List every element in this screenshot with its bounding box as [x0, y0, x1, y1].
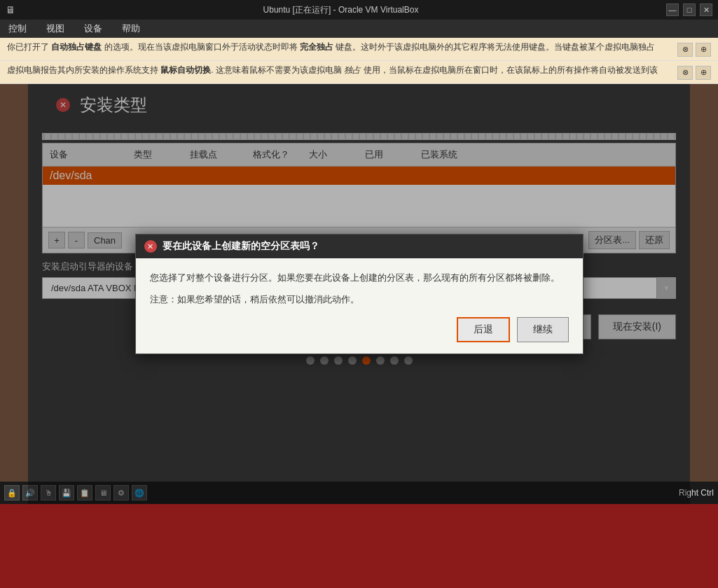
dialog-overlay: ✕ 要在此设备上创建新的空分区表吗？ 您选择了对整个设备进行分区。如果您要在此设… [28, 84, 690, 504]
title-bar: 🖥 Ubuntu [正在运行] - Oracle VM VirtualBox —… [0, 0, 718, 20]
dialog-box: ✕ 要在此设备上创建新的空分区表吗？ 您选择了对整个设备进行分区。如果您要在此设… [135, 234, 584, 354]
notif2-info-btn[interactable]: ⊕ [696, 66, 711, 80]
dialog-buttons: 后退 继续 [150, 317, 569, 342]
notif2-close-btn[interactable]: ⊗ [677, 66, 693, 80]
notif1-close-btn[interactable]: ⊗ [677, 43, 693, 57]
notification-text-2: 虚拟电脑报告其内所安装的操作系统支持 鼠标自动切换. 这意味着鼠标不需要为该虚拟… [7, 64, 672, 76]
close-button[interactable]: ✕ [700, 4, 712, 16]
dialog-text-1: 您选择了对整个设备进行分区。如果您要在此设备上创建的分区表，那么现有的所有分区都… [150, 271, 569, 286]
dialog-close-button[interactable]: ✕ [144, 240, 157, 253]
menu-devices[interactable]: 设备 [80, 21, 106, 36]
dialog-back-button[interactable]: 后退 [457, 317, 510, 342]
window-title: Ubuntu [正在运行] - Oracle VM VirtualBox [15, 4, 666, 16]
menu-view[interactable]: 视图 [42, 21, 69, 36]
dialog-text-2: 注意：如果您希望的话，稍后依然可以撤消此动作。 [150, 293, 569, 307]
notification-bar-1: 你已打开了 自动独占键盘 的选项。现在当该虚拟电脑窗口外于活动状态时即将 完全独… [0, 38, 718, 61]
window-controls: — □ ✕ [666, 4, 712, 16]
dialog-body: 您选择了对整个设备进行分区。如果您要在此设备上创建的分区表，那么现有的所有分区都… [136, 258, 583, 354]
menu-control[interactable]: 控制 [4, 21, 31, 36]
dialog-title-bar: ✕ 要在此设备上创建新的空分区表吗？ [136, 234, 583, 258]
taskbar-icon-1[interactable]: 🔒 [4, 485, 20, 500]
dialog-continue-button[interactable]: 继续 [517, 317, 569, 342]
notification-bar-2: 虚拟电脑报告其内所安装的操作系统支持 鼠标自动切换. 这意味着鼠标不需要为该虚拟… [0, 61, 718, 84]
title-bar-icon: 🖥 [6, 4, 15, 15]
notif1-info-btn[interactable]: ⊕ [696, 43, 711, 57]
installer-window: ✕ 安装类型 设备 类型 挂载点 格式化？ 大小 已用 已装系统 /dev/sd… [28, 84, 690, 504]
notification-text-1: 你已打开了 自动独占键盘 的选项。现在当该虚拟电脑窗口外于活动状态时即将 完全独… [7, 41, 672, 53]
menu-help[interactable]: 帮助 [118, 21, 144, 36]
menu-bar: 控制 视图 设备 帮助 [0, 20, 718, 38]
dialog-close-icon: ✕ [147, 242, 153, 251]
maximize-button[interactable]: □ [683, 4, 696, 16]
vm-content: ✕ 安装类型 设备 类型 挂载点 格式化？ 大小 已用 已装系统 /dev/sd… [0, 84, 718, 504]
dialog-title: 要在此设备上创建新的空分区表吗？ [163, 240, 319, 253]
minimize-button[interactable]: — [666, 4, 679, 16]
